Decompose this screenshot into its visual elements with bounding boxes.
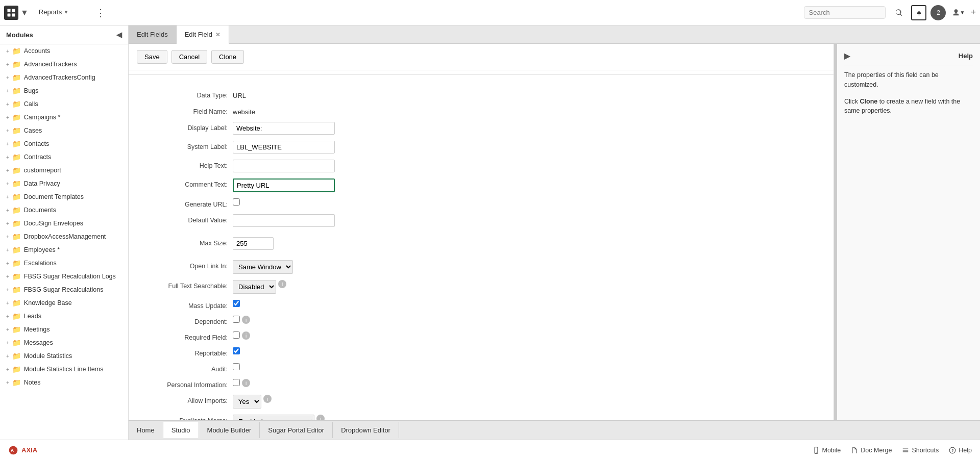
sidebar-item[interactable]: + 📁 Meetings <box>0 323 128 336</box>
tab-edit-field[interactable]: Edit Field ✕ <box>177 25 229 44</box>
sidebar-item[interactable]: + 📁 Employees * <box>0 243 128 257</box>
app-logo[interactable]: ▼ <box>4 6 29 20</box>
sidebar-item[interactable]: + 📁 Calls <box>0 97 128 111</box>
allow-imports-select[interactable]: Yes No <box>233 395 261 408</box>
dependent-info-icon[interactable]: i <box>242 316 250 324</box>
expand-icon: + <box>6 155 9 160</box>
user-avatar[interactable]: 2 <box>930 5 946 20</box>
nav-dropdown-arrow[interactable]: ▼ <box>20 8 29 17</box>
sidebar-item[interactable]: + 📁 Data Privacy <box>0 177 128 190</box>
tab-edit-fields[interactable]: Edit Fields <box>129 25 177 43</box>
full-text-searchable-info-icon[interactable]: i <box>278 280 286 288</box>
system-label-row: System Label: <box>141 141 821 154</box>
cancel-button[interactable]: Cancel <box>172 50 207 64</box>
clone-button[interactable]: Clone <box>211 50 244 64</box>
sidebar-item[interactable]: + 📁 FBSG Sugar Recalculation Logs <box>0 270 128 283</box>
full-text-searchable-label: Full Text Searchable: <box>141 280 233 290</box>
add-button[interactable]: + <box>970 7 976 18</box>
comment-text-input[interactable] <box>233 178 335 192</box>
footer-help-button[interactable]: ? Help <box>949 447 972 454</box>
mass-update-checkbox[interactable] <box>233 300 240 307</box>
bottom-tab-module-builder[interactable]: Module Builder <box>199 422 260 438</box>
sidebar-item[interactable]: + 📁 Documents <box>0 203 128 217</box>
reportable-checkbox[interactable] <box>233 347 240 354</box>
bottom-tab-home[interactable]: Home <box>129 422 163 438</box>
save-button[interactable]: Save <box>137 50 167 64</box>
bottom-tab-sugar-portal-editor[interactable]: Sugar Portal Editor <box>260 422 333 438</box>
sidebar-collapse-button[interactable]: ◀ <box>116 31 122 39</box>
sidebar-item[interactable]: + 📁 Bugs <box>0 84 128 97</box>
dependent-checkbox[interactable] <box>233 316 240 323</box>
audit-checkbox[interactable] <box>233 363 240 370</box>
sidebar-item[interactable]: + 📁 Messages <box>0 336 128 349</box>
sidebar-item[interactable]: + 📁 Escalations <box>0 257 128 270</box>
user-menu-button[interactable]: ▼ <box>950 5 966 21</box>
top-navigation: ▼ Accounts▼Contacts▼Opportunities▼Leads▼… <box>0 0 980 25</box>
sidebar-item[interactable]: + 📁 Campaigns * <box>0 111 128 124</box>
bottom-tab-dropdown-editor[interactable]: Dropdown Editor <box>333 422 399 438</box>
full-text-searchable-select[interactable]: Disabled Enabled <box>233 280 276 294</box>
max-size-input[interactable] <box>233 237 274 250</box>
search-box[interactable] <box>804 6 886 19</box>
sidebar-item[interactable]: + 📁 Notes <box>0 376 128 389</box>
sidebar-item[interactable]: + 📁 customreport <box>0 164 128 177</box>
search-icon-button[interactable] <box>891 5 907 21</box>
sidebar-item[interactable]: + 📁 Document Templates <box>0 190 128 203</box>
tab-close-icon[interactable]: ✕ <box>215 31 220 38</box>
required-field-checkbox[interactable] <box>233 331 240 339</box>
personal-info-icon[interactable]: i <box>242 379 250 387</box>
tab-edit-field-label: Edit Field <box>185 31 212 38</box>
mass-update-row: Mass Update: <box>141 300 821 310</box>
footer-mobile-button[interactable]: Mobile <box>813 447 841 454</box>
default-value-input[interactable] <box>233 214 335 227</box>
required-field-info-icon[interactable]: i <box>242 331 250 340</box>
folder-icon: 📁 <box>12 206 21 214</box>
help-text-input[interactable] <box>233 160 335 172</box>
sidebar-item-label: Module Statistics Line Items <box>24 366 104 373</box>
svg-rect-1 <box>12 9 15 12</box>
footer-doc-merge-button[interactable]: Doc Merge <box>851 447 892 454</box>
sidebar-item[interactable]: + 📁 FBSG Sugar Recalculations <box>0 283 128 296</box>
display-label-input[interactable] <box>233 122 335 135</box>
card-icon[interactable]: ♠ <box>911 5 926 20</box>
sidebar-item[interactable]: + 📁 Contacts <box>0 137 128 150</box>
help-arrow-icon[interactable]: ▶ <box>844 51 850 61</box>
allow-imports-info-icon[interactable]: i <box>263 395 272 403</box>
search-input[interactable] <box>808 9 870 16</box>
allow-imports-label: Allow Imports: <box>141 395 233 404</box>
folder-icon: 📁 <box>12 100 21 108</box>
duplicate-merge-info-icon[interactable]: i <box>316 415 325 420</box>
footer-logo: A AXIA <box>8 445 37 455</box>
sidebar-module-list: + 📁 Accounts + 📁 AdvancedTrackers + 📁 Ad… <box>0 44 128 440</box>
open-link-select[interactable]: Same Window New Window <box>233 260 293 274</box>
sidebar-item[interactable]: + 📁 DocuSign Envelopes <box>0 217 128 230</box>
footer-shortcuts-label: Shortcuts <box>912 447 939 454</box>
sidebar-item[interactable]: + 📁 Leads <box>0 310 128 323</box>
sidebar-item[interactable]: + 📁 Contracts <box>0 150 128 164</box>
folder-icon: 📁 <box>12 87 21 95</box>
footer-shortcuts-button[interactable]: Shortcuts <box>902 447 939 454</box>
sidebar-item[interactable]: + 📁 Module Statistics <box>0 349 128 363</box>
sidebar-item[interactable]: + 📁 Cases <box>0 124 128 137</box>
nav-more-button[interactable]: ⋮ <box>93 7 108 19</box>
system-label-input[interactable] <box>233 141 335 154</box>
sidebar-item[interactable]: + 📁 AdvancedTrackersConfig <box>0 71 128 84</box>
duplicate-merge-select[interactable]: Enabled Disabled <box>233 415 314 420</box>
form-body: Data Type: URL Field Name: website Displ… <box>129 81 834 420</box>
sidebar-item[interactable]: + 📁 Module Statistics Line Items <box>0 363 128 376</box>
edit-area: Save Cancel Clone Data Type: URL Field N… <box>129 44 980 420</box>
field-name-label: Field Name: <box>141 106 233 115</box>
bottom-tab-studio[interactable]: Studio <box>163 422 199 438</box>
sidebar-item-label: Meetings <box>24 326 50 333</box>
generate-url-checkbox[interactable] <box>233 198 240 206</box>
data-type-value: URL <box>233 89 246 99</box>
sidebar-item[interactable]: + 📁 Accounts <box>0 44 128 58</box>
sidebar-item-label: Leads <box>24 313 41 320</box>
sidebar-item[interactable]: + 📁 AdvancedTrackers <box>0 58 128 71</box>
sidebar-item[interactable]: + 📁 DropboxAccessManagement <box>0 230 128 243</box>
help-divider <box>844 65 973 65</box>
sidebar-item[interactable]: + 📁 Knowledge Base <box>0 296 128 310</box>
dependent-label: Dependent: <box>141 316 233 325</box>
nav-item-reports[interactable]: Reports▼ <box>34 0 92 25</box>
personal-info-checkbox[interactable] <box>233 379 240 386</box>
